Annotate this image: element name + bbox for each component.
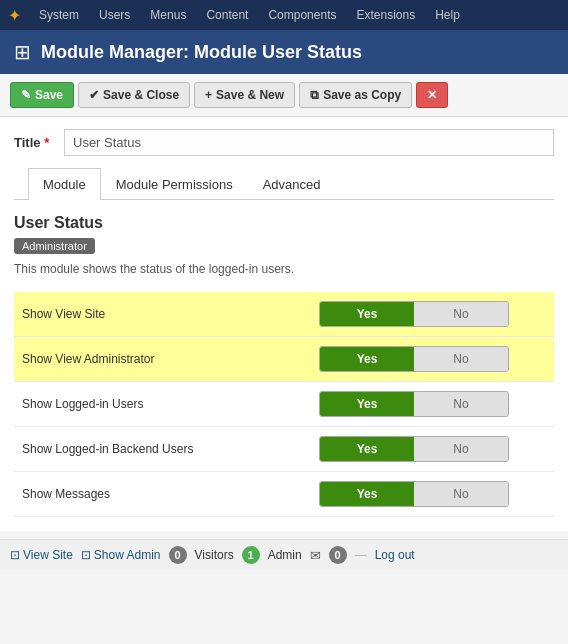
nav-system[interactable]: System [29, 0, 89, 30]
nav-content[interactable]: Content [196, 0, 258, 30]
toggle-label: Show View Administrator [14, 337, 311, 382]
module-description: This module shows the status of the logg… [14, 262, 554, 276]
form-area: Title * Module Module Permissions Advanc… [0, 117, 568, 200]
tabs-bar: Module Module Permissions Advanced [14, 168, 554, 200]
toggle-label: Show Logged-in Backend Users [14, 427, 311, 472]
toggle-group: Yes No [319, 346, 509, 372]
nav-extensions[interactable]: Extensions [346, 0, 425, 30]
nav-help[interactable]: Help [425, 0, 470, 30]
nav-users[interactable]: Users [89, 0, 140, 30]
show-admin-link[interactable]: ⊡ Show Admin [81, 548, 161, 562]
toggle-control: Yes No [311, 382, 554, 427]
toggle-yes-button[interactable]: Yes [320, 482, 414, 506]
visitors-badge: 0 [169, 546, 187, 564]
joomla-logo-icon: ✦ [8, 6, 21, 25]
save-copy-button[interactable]: ⧉ Save as Copy [299, 82, 412, 108]
toggle-row: Show View Site Yes No [14, 292, 554, 337]
save-button[interactable]: ✎ Save [10, 82, 74, 108]
nav-menus[interactable]: Menus [140, 0, 196, 30]
module-content: User Status Administrator This module sh… [0, 200, 568, 531]
copy-icon: ⧉ [310, 88, 319, 102]
toggle-no-button[interactable]: No [414, 302, 508, 326]
top-nav: ✦ System Users Menus Content Components … [0, 0, 568, 30]
toggle-label: Show View Site [14, 292, 311, 337]
logout-link[interactable]: Log out [375, 548, 415, 562]
separator: — [355, 548, 367, 562]
visitors-label: Visitors [195, 548, 234, 562]
toolbar: ✎ Save ✔ Save & Close + Save & New ⧉ Sav… [0, 74, 568, 117]
toggle-group: Yes No [319, 391, 509, 417]
admin-badge: Administrator [14, 238, 95, 254]
toggle-yes-button[interactable]: Yes [320, 302, 414, 326]
view-site-icon: ⊡ [10, 548, 20, 562]
toggle-no-button[interactable]: No [414, 437, 508, 461]
toggle-group: Yes No [319, 481, 509, 507]
plus-icon: + [205, 88, 212, 102]
tab-module[interactable]: Module [28, 168, 101, 200]
toggle-row: Show View Administrator Yes No [14, 337, 554, 382]
toggle-no-button[interactable]: No [414, 482, 508, 506]
page-title: Module Manager: Module User Status [41, 42, 362, 63]
toggle-control: Yes No [311, 427, 554, 472]
toggle-group: Yes No [319, 436, 509, 462]
save-new-button[interactable]: + Save & New [194, 82, 295, 108]
show-admin-icon: ⊡ [81, 548, 91, 562]
toggle-row: Show Messages Yes No [14, 472, 554, 517]
module-title: User Status [14, 214, 554, 232]
nav-components[interactable]: Components [258, 0, 346, 30]
tab-permissions[interactable]: Module Permissions [101, 168, 248, 200]
toggle-group: Yes No [319, 301, 509, 327]
toggle-label: Show Logged-in Users [14, 382, 311, 427]
envelope-icon: ✉ [310, 548, 321, 563]
required-marker: * [44, 135, 49, 150]
toggle-yes-button[interactable]: Yes [320, 347, 414, 371]
title-input[interactable] [64, 129, 554, 156]
toggle-table: Show View Site Yes No Show View Administ… [14, 292, 554, 517]
toggle-yes-button[interactable]: Yes [320, 392, 414, 416]
close-icon: ✕ [427, 88, 437, 102]
close-button[interactable]: ✕ [416, 82, 448, 108]
title-field-row: Title * [14, 129, 554, 156]
toggle-label: Show Messages [14, 472, 311, 517]
toggle-no-button[interactable]: No [414, 392, 508, 416]
save-close-button[interactable]: ✔ Save & Close [78, 82, 190, 108]
title-label: Title * [14, 135, 64, 150]
toggle-control: Yes No [311, 472, 554, 517]
save-icon: ✎ [21, 88, 31, 102]
messages-badge: 0 [329, 546, 347, 564]
toggle-control: Yes No [311, 292, 554, 337]
title-bar: ⊞ Module Manager: Module User Status [0, 30, 568, 74]
status-bar: ⊡ View Site ⊡ Show Admin 0 Visitors 1 Ad… [0, 539, 568, 570]
view-site-link[interactable]: ⊡ View Site [10, 548, 73, 562]
toggle-control: Yes No [311, 337, 554, 382]
toggle-no-button[interactable]: No [414, 347, 508, 371]
check-icon: ✔ [89, 88, 99, 102]
toggle-row: Show Logged-in Users Yes No [14, 382, 554, 427]
admin-label: Admin [268, 548, 302, 562]
toggle-row: Show Logged-in Backend Users Yes No [14, 427, 554, 472]
tab-advanced[interactable]: Advanced [248, 168, 336, 200]
admin-badge-count: 1 [242, 546, 260, 564]
toggle-yes-button[interactable]: Yes [320, 437, 414, 461]
module-manager-icon: ⊞ [14, 40, 31, 64]
